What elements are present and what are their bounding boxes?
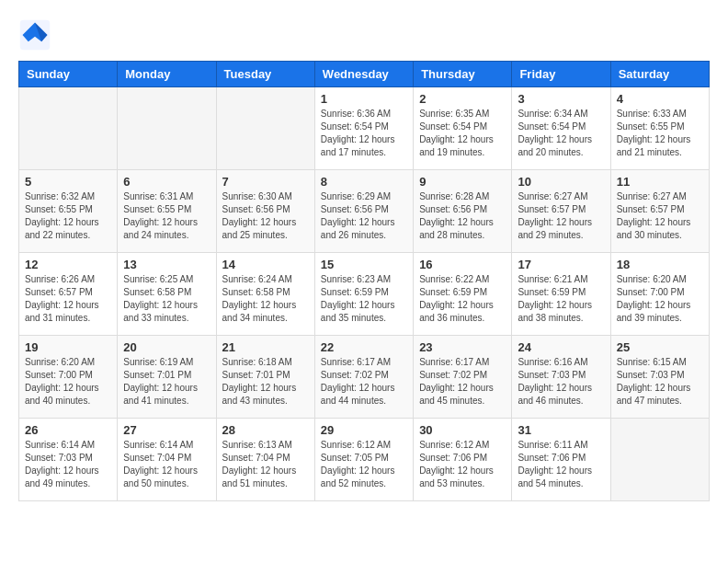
calendar-cell: 6Sunrise: 6:31 AM Sunset: 6:55 PM Daylig… (118, 170, 216, 253)
day-number: 2 (419, 92, 506, 106)
calendar-header: SundayMondayTuesdayWednesdayThursdayFrid… (19, 62, 710, 87)
weekday-header-friday: Friday (512, 62, 610, 87)
logo (18, 18, 55, 52)
day-number: 21 (222, 340, 309, 354)
calendar-cell (610, 419, 709, 501)
day-info: Sunrise: 6:12 AM Sunset: 7:06 PM Dayligh… (419, 439, 506, 490)
day-number: 4 (617, 92, 703, 106)
day-number: 29 (321, 423, 407, 437)
day-info: Sunrise: 6:11 AM Sunset: 7:06 PM Dayligh… (518, 439, 604, 490)
weekday-header-wednesday: Wednesday (314, 62, 413, 87)
day-number: 20 (123, 340, 210, 354)
calendar-table: SundayMondayTuesdayWednesdayThursdayFrid… (18, 61, 710, 501)
day-info: Sunrise: 6:29 AM Sunset: 6:56 PM Dayligh… (321, 190, 407, 242)
day-number: 18 (617, 258, 703, 271)
weekday-header-thursday: Thursday (414, 62, 512, 87)
calendar-cell: 15Sunrise: 6:23 AM Sunset: 6:59 PM Dayli… (314, 253, 413, 336)
day-number: 28 (222, 423, 309, 437)
day-info: Sunrise: 6:20 AM Sunset: 7:00 PM Dayligh… (617, 273, 703, 325)
calendar-cell: 25Sunrise: 6:15 AM Sunset: 7:03 PM Dayli… (610, 336, 709, 419)
day-info: Sunrise: 6:30 AM Sunset: 6:56 PM Dayligh… (222, 190, 309, 242)
calendar-cell (118, 87, 216, 170)
day-info: Sunrise: 6:25 AM Sunset: 6:58 PM Dayligh… (123, 273, 210, 325)
day-info: Sunrise: 6:15 AM Sunset: 7:03 PM Dayligh… (617, 356, 703, 408)
day-info: Sunrise: 6:17 AM Sunset: 7:02 PM Dayligh… (321, 356, 407, 408)
day-info: Sunrise: 6:22 AM Sunset: 6:59 PM Dayligh… (419, 273, 506, 325)
day-info: Sunrise: 6:23 AM Sunset: 6:59 PM Dayligh… (321, 273, 407, 325)
weekday-header-sunday: Sunday (19, 62, 118, 87)
day-number: 8 (321, 175, 407, 189)
calendar-cell: 31Sunrise: 6:11 AM Sunset: 7:06 PM Dayli… (512, 419, 610, 501)
week-row-4: 19Sunrise: 6:20 AM Sunset: 7:00 PM Dayli… (19, 336, 710, 419)
day-number: 13 (123, 258, 210, 271)
day-info: Sunrise: 6:27 AM Sunset: 6:57 PM Dayligh… (518, 190, 604, 242)
day-number: 27 (123, 423, 210, 437)
day-number: 9 (419, 175, 506, 189)
day-info: Sunrise: 6:20 AM Sunset: 7:00 PM Dayligh… (25, 356, 111, 408)
calendar-cell: 20Sunrise: 6:19 AM Sunset: 7:01 PM Dayli… (118, 336, 216, 419)
day-info: Sunrise: 6:21 AM Sunset: 6:59 PM Dayligh… (518, 273, 604, 325)
calendar-cell: 18Sunrise: 6:20 AM Sunset: 7:00 PM Dayli… (610, 253, 709, 336)
day-info: Sunrise: 6:16 AM Sunset: 7:03 PM Dayligh… (518, 356, 604, 408)
day-info: Sunrise: 6:31 AM Sunset: 6:55 PM Dayligh… (123, 190, 210, 242)
header (18, 18, 710, 52)
day-info: Sunrise: 6:32 AM Sunset: 6:55 PM Dayligh… (25, 190, 111, 242)
calendar-cell (216, 87, 314, 170)
day-number: 19 (25, 340, 111, 354)
day-number: 3 (518, 92, 604, 106)
calendar-cell: 5Sunrise: 6:32 AM Sunset: 6:55 PM Daylig… (19, 170, 118, 253)
calendar-cell: 3Sunrise: 6:34 AM Sunset: 6:54 PM Daylig… (512, 87, 610, 170)
day-info: Sunrise: 6:34 AM Sunset: 6:54 PM Dayligh… (518, 108, 604, 159)
calendar-cell: 1Sunrise: 6:36 AM Sunset: 6:54 PM Daylig… (314, 87, 413, 170)
calendar-cell: 28Sunrise: 6:13 AM Sunset: 7:04 PM Dayli… (216, 419, 314, 501)
day-number: 16 (419, 258, 506, 271)
day-info: Sunrise: 6:17 AM Sunset: 7:02 PM Dayligh… (419, 356, 506, 408)
day-number: 10 (518, 175, 604, 189)
calendar-cell: 23Sunrise: 6:17 AM Sunset: 7:02 PM Dayli… (414, 336, 512, 419)
weekday-header-tuesday: Tuesday (216, 62, 314, 87)
calendar-cell: 10Sunrise: 6:27 AM Sunset: 6:57 PM Dayli… (512, 170, 610, 253)
day-info: Sunrise: 6:19 AM Sunset: 7:01 PM Dayligh… (123, 356, 210, 408)
day-number: 31 (518, 423, 604, 437)
day-info: Sunrise: 6:33 AM Sunset: 6:55 PM Dayligh… (617, 108, 703, 159)
day-info: Sunrise: 6:18 AM Sunset: 7:01 PM Dayligh… (222, 356, 309, 408)
week-row-2: 5Sunrise: 6:32 AM Sunset: 6:55 PM Daylig… (19, 170, 710, 253)
calendar-cell: 17Sunrise: 6:21 AM Sunset: 6:59 PM Dayli… (512, 253, 610, 336)
day-number: 26 (25, 423, 111, 437)
day-number: 5 (25, 175, 111, 189)
calendar-cell: 8Sunrise: 6:29 AM Sunset: 6:56 PM Daylig… (314, 170, 413, 253)
calendar-cell (19, 87, 118, 170)
calendar-cell: 16Sunrise: 6:22 AM Sunset: 6:59 PM Dayli… (414, 253, 512, 336)
day-info: Sunrise: 6:24 AM Sunset: 6:58 PM Dayligh… (222, 273, 309, 325)
day-info: Sunrise: 6:27 AM Sunset: 6:57 PM Dayligh… (617, 190, 703, 242)
day-number: 11 (617, 175, 703, 189)
calendar-cell: 12Sunrise: 6:26 AM Sunset: 6:57 PM Dayli… (19, 253, 118, 336)
calendar-cell: 14Sunrise: 6:24 AM Sunset: 6:58 PM Dayli… (216, 253, 314, 336)
calendar-cell: 21Sunrise: 6:18 AM Sunset: 7:01 PM Dayli… (216, 336, 314, 419)
calendar-cell: 7Sunrise: 6:30 AM Sunset: 6:56 PM Daylig… (216, 170, 314, 253)
day-info: Sunrise: 6:35 AM Sunset: 6:54 PM Dayligh… (419, 108, 506, 159)
day-info: Sunrise: 6:28 AM Sunset: 6:56 PM Dayligh… (419, 190, 506, 242)
calendar-cell: 26Sunrise: 6:14 AM Sunset: 7:03 PM Dayli… (19, 419, 118, 501)
calendar-cell: 22Sunrise: 6:17 AM Sunset: 7:02 PM Dayli… (314, 336, 413, 419)
calendar-cell: 4Sunrise: 6:33 AM Sunset: 6:55 PM Daylig… (610, 87, 709, 170)
day-info: Sunrise: 6:12 AM Sunset: 7:05 PM Dayligh… (321, 439, 407, 490)
weekday-header-saturday: Saturday (610, 62, 709, 87)
calendar-cell: 13Sunrise: 6:25 AM Sunset: 6:58 PM Dayli… (118, 253, 216, 336)
day-number: 30 (419, 423, 506, 437)
calendar-body: 1Sunrise: 6:36 AM Sunset: 6:54 PM Daylig… (19, 87, 710, 501)
day-info: Sunrise: 6:13 AM Sunset: 7:04 PM Dayligh… (222, 439, 309, 490)
day-number: 1 (321, 92, 407, 106)
day-number: 23 (419, 340, 506, 354)
logo-icon (18, 18, 51, 52)
day-number: 6 (123, 175, 210, 189)
day-info: Sunrise: 6:36 AM Sunset: 6:54 PM Dayligh… (321, 108, 407, 159)
day-number: 17 (518, 258, 604, 271)
week-row-5: 26Sunrise: 6:14 AM Sunset: 7:03 PM Dayli… (19, 419, 710, 501)
weekday-header-monday: Monday (118, 62, 216, 87)
day-number: 14 (222, 258, 309, 271)
page-container: SundayMondayTuesdayWednesdayThursdayFrid… (18, 18, 710, 501)
day-info: Sunrise: 6:14 AM Sunset: 7:04 PM Dayligh… (123, 439, 210, 490)
calendar-cell: 27Sunrise: 6:14 AM Sunset: 7:04 PM Dayli… (118, 419, 216, 501)
day-info: Sunrise: 6:14 AM Sunset: 7:03 PM Dayligh… (25, 439, 111, 490)
